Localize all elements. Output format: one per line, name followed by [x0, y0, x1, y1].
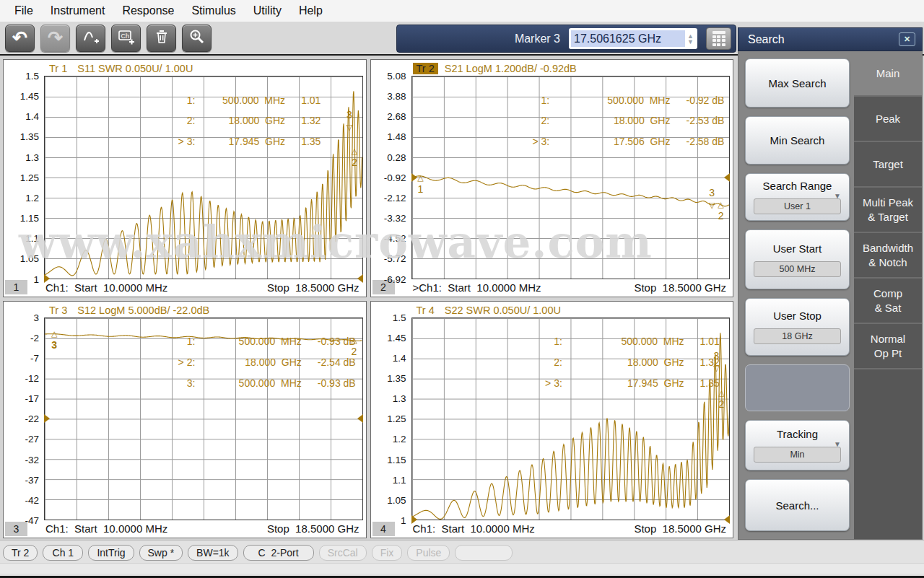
marker-readout-cell: 500.000 MHz	[565, 95, 670, 106]
close-button[interactable]: ✕	[899, 32, 915, 46]
tab-peak[interactable]: Peak	[854, 97, 922, 142]
keypad-button[interactable]	[706, 27, 731, 50]
marker-2-symbol[interactable]: △	[718, 387, 724, 397]
y-axis-label: 1.3	[393, 393, 406, 404]
plot-grid[interactable]: 1:500.000 MHz-0.93 dB> 2:18.000 GHz-2.54…	[44, 318, 363, 521]
step-down-icon[interactable]: ▼	[687, 39, 694, 45]
softkey-search-range[interactable]: Search Range▼User 1	[745, 173, 850, 221]
menubar: FileInstrumentResponseStimulusUtilityHel…	[0, 0, 924, 22]
tab-normal-op-pt[interactable]: NormalOp Pt	[854, 324, 922, 369]
zoom-in-button[interactable]	[182, 25, 212, 52]
plots-area: Tr 1S11 SWR 0.050U/ 1.00U1.51.451.41.351…	[0, 57, 736, 540]
trace-header[interactable]: Tr 3S12 LogM 5.000dB/ -22.0dB	[5, 303, 363, 318]
search-buttons: Max SearchMin SearchSearch Range▼User 1U…	[738, 51, 854, 539]
plot-grid[interactable]: 1:500.000 MHz1.012:18.000 GHz1.32> 3:17.…	[411, 318, 731, 521]
trace-header[interactable]: Tr 2S21 LogM 1.200dB/ -0.92dB	[372, 61, 731, 76]
status-inttrig[interactable]: IntTrig	[88, 545, 134, 561]
plot-grid[interactable]: 1:500.000 MHz1.012:18.000 GHz1.32> 3:17.…	[44, 76, 363, 279]
marker-2-symbol[interactable]: △	[352, 146, 357, 156]
tab-main[interactable]: Main	[854, 51, 922, 97]
menu-file[interactable]: File	[6, 2, 42, 19]
trace-label[interactable]: Tr 2	[413, 63, 438, 74]
trace-format: S21 LogM 1.200dB/ -0.92dB	[445, 63, 577, 74]
channel-badge[interactable]: 3	[5, 522, 27, 536]
softkey-max-search[interactable]: Max Search	[745, 58, 850, 108]
tab-bandwidth-notch[interactable]: Bandwidth& Notch	[854, 233, 922, 279]
channel-badge[interactable]: 4	[372, 522, 395, 536]
y-axis-label: 1.35	[20, 132, 39, 143]
trace-header[interactable]: Tr 4S22 SWR 0.050U/ 1.00U	[372, 303, 731, 318]
marker-readout-cell: -0.92 dB	[686, 95, 724, 106]
softkey-search[interactable]: Search...	[745, 479, 850, 531]
marker-3-symbol[interactable]: ▽	[713, 364, 719, 373]
marker-readout-cell: 1.01	[301, 95, 321, 106]
redo-button: ↷	[40, 25, 70, 52]
softkey-label: User Start	[773, 242, 822, 255]
menu-instrument[interactable]: Instrument	[42, 2, 114, 19]
marker-readout-cell: 1.35	[700, 377, 720, 389]
tab-label: Bandwidth	[863, 241, 913, 255]
channel-badge[interactable]: 1	[5, 280, 27, 294]
search-panel-title: Search	[748, 33, 785, 46]
tab-multi-peak-target[interactable]: Multi Peak& Target	[854, 188, 922, 233]
marker-readout-cell: 500.000 MHz	[211, 377, 301, 389]
y-axis-label: 1.2	[393, 434, 406, 445]
marker-readout-cell: 17.945 GHz	[211, 136, 285, 147]
reference-level-arrow	[724, 515, 730, 524]
reference-level-arrow	[357, 274, 363, 283]
menu-utility[interactable]: Utility	[245, 2, 290, 19]
blank-softkey[interactable]	[745, 364, 850, 411]
add-channel-icon: Ch	[118, 28, 135, 48]
add-trace-button[interactable]	[76, 25, 105, 52]
add-channel-button[interactable]: Ch	[111, 25, 141, 52]
status-bw-1k[interactable]: BW=1k	[188, 545, 238, 561]
trace-label[interactable]: Tr 3	[45, 305, 71, 316]
undo-button[interactable]: ↶	[5, 25, 35, 52]
softkey-user-start[interactable]: User Start500 MHz	[745, 229, 850, 289]
softkey-user-stop[interactable]: User Stop18 GHz	[745, 298, 850, 356]
marker-3-symbol[interactable]: △	[51, 329, 57, 338]
keypad-icon	[712, 31, 725, 46]
marker-1-symbol[interactable]: △	[417, 172, 423, 182]
menu-help[interactable]: Help	[290, 2, 331, 19]
status-srccal: SrcCal	[319, 545, 367, 561]
trace-label[interactable]: Tr 4	[413, 305, 438, 316]
y-axis-label: 1.15	[387, 455, 406, 465]
menu-response[interactable]: Response	[113, 2, 183, 19]
marker-readout-cell: -0.93 dB	[318, 336, 356, 347]
tab-label: Multi Peak	[863, 196, 913, 210]
reference-level-arrow	[44, 414, 50, 423]
y-axis: 3-2-7-12-17-22-27-32-37-42-47	[5, 318, 44, 521]
status-swp[interactable]: Swp *	[139, 545, 183, 561]
marker-2-symbol[interactable]: △	[351, 336, 357, 345]
delete-button[interactable]	[147, 25, 176, 52]
marker-value-input[interactable]	[571, 30, 685, 47]
status-c-2-port[interactable]: C 2-Port	[243, 545, 314, 561]
trace-header[interactable]: Tr 1S11 SWR 0.050U/ 1.00U	[5, 61, 363, 76]
softkey-label: Search...	[775, 499, 819, 512]
y-axis-label: 1	[33, 274, 39, 285]
marker-readout-cell: 3:	[178, 377, 196, 389]
tab-target[interactable]: Target	[854, 142, 922, 188]
marker-2-label: 2	[719, 398, 725, 410]
plot-panel-tr-1: Tr 1S11 SWR 0.050U/ 1.00U1.51.451.41.351…	[3, 59, 367, 297]
plot-grid[interactable]: 1:500.000 MHz-0.92 dB2:18.000 GHz-2.53 d…	[411, 76, 731, 279]
y-axis-label: -6.92	[384, 274, 406, 285]
plot-panel-tr-3: Tr 3S12 LogM 5.000dB/ -22.0dB3-2-7-12-17…	[3, 301, 367, 539]
marker-readout-cell: 17.506 GHz	[565, 136, 670, 147]
marker-2-symbol[interactable]: △	[718, 200, 723, 209]
stepper-arrows[interactable]: ▲▼	[685, 33, 696, 45]
status-tr-2[interactable]: Tr 2	[3, 545, 38, 561]
marker-readout-cell: -2.53 dB	[686, 115, 724, 126]
tab-comp-sat[interactable]: Comp& Sat	[854, 279, 922, 324]
marker-3-symbol[interactable]: ▽	[709, 201, 715, 210]
tabs-filler	[854, 369, 922, 539]
menu-stimulus[interactable]: Stimulus	[183, 2, 244, 19]
status-ch-1[interactable]: Ch 1	[43, 545, 83, 561]
tab-label: & Sat	[875, 301, 902, 315]
marker-3-symbol[interactable]: ▽	[346, 122, 352, 131]
svg-text:Ch: Ch	[121, 32, 129, 40]
softkey-tracking[interactable]: Tracking▼Min	[745, 420, 850, 470]
trace-label[interactable]: Tr 1	[45, 63, 71, 74]
softkey-min-search[interactable]: Min Search	[745, 116, 850, 165]
